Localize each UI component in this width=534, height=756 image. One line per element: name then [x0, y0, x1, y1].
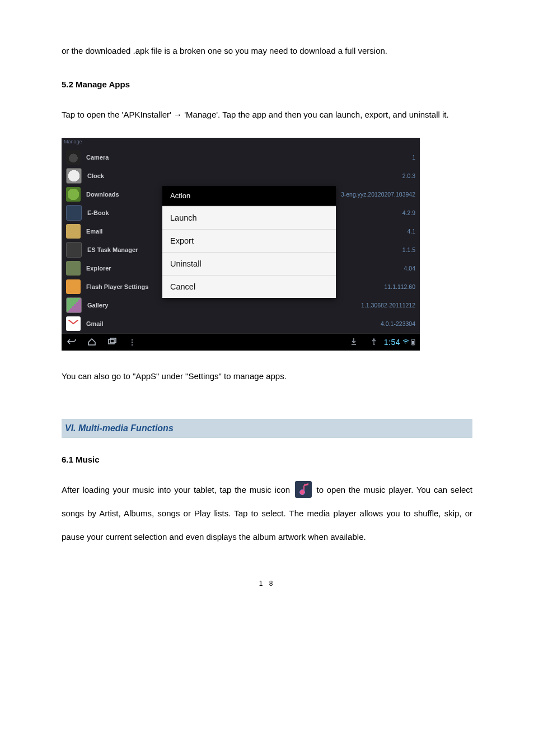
estask-icon [66, 242, 82, 258]
app-version: 1.1.5 [402, 246, 415, 253]
app-label: Gallery [87, 302, 361, 309]
menu-item-launch[interactable]: Launch [162, 206, 336, 229]
app-version: 11.1.112.60 [385, 283, 415, 290]
email-icon [66, 224, 81, 239]
section-banner-vi: VI. Multi-media Functions [62, 419, 472, 438]
more-icon[interactable]: ⋮ [122, 338, 142, 347]
app-version: 4.04 [404, 265, 415, 272]
menu-item-cancel[interactable]: Cancel [162, 275, 336, 298]
music-icon [295, 481, 312, 498]
action-menu-title: Action [162, 186, 336, 206]
camera-icon [66, 150, 81, 165]
paragraph-apk-broken: or the downloaded .apk file is a broken … [62, 39, 472, 63]
action-context-menu: Action Launch Export Uninstall Cancel [162, 186, 336, 298]
paragraph-go-to-apps: You can also go to "AppS" under "Setting… [62, 365, 472, 388]
app-version: 1 [412, 154, 415, 161]
paragraph-manage-apps: Tap to open the 'APKInstaller' → 'Manage… [62, 103, 472, 127]
app-version: 4.0.1-223304 [381, 320, 415, 327]
app-version: 2.0.3 [402, 172, 415, 179]
heading-5-2: 5.2 Manage Apps [62, 80, 472, 89]
back-icon[interactable] [62, 338, 82, 347]
paragraph-music: After loading your music into your table… [62, 478, 472, 549]
status-clock: 1:54 [384, 338, 420, 347]
music-text-a: After loading your music into your table… [62, 485, 293, 494]
app-version: 4.2.9 [402, 209, 415, 216]
home-icon[interactable] [82, 338, 102, 347]
gmail-icon [66, 316, 81, 331]
app-version: 3-eng.yyz.20120207.103942 [341, 191, 415, 198]
gallery-icon [66, 297, 82, 313]
android-navbar: ⋮ 1:54 [62, 333, 420, 351]
app-label: Clock [87, 172, 402, 179]
app-label: Gmail [86, 320, 381, 327]
page-number: 1 8 [62, 580, 472, 587]
app-row-gallery[interactable]: Gallery 1.1.30682-20111212 [62, 296, 420, 314]
heading-6-1: 6.1 Music [62, 455, 472, 464]
screenshot-title: Manage [62, 138, 420, 146]
flash-icon [66, 279, 81, 294]
svg-rect-1 [110, 338, 116, 343]
app-row-camera[interactable]: Camera 1 [62, 148, 420, 166]
app-label: Camera [86, 154, 412, 161]
menu-item-uninstall[interactable]: Uninstall [162, 252, 336, 275]
recent-apps-icon[interactable] [102, 338, 122, 347]
downloads-icon [66, 187, 81, 202]
app-version: 1.1.30682-20111212 [361, 302, 415, 309]
explorer-icon [66, 261, 81, 276]
clock-text: 1:54 [384, 338, 400, 347]
usb-icon[interactable] [364, 338, 384, 347]
clock-icon [66, 168, 82, 184]
svg-rect-3 [412, 341, 414, 344]
ebook-icon [66, 205, 82, 221]
app-row-clock[interactable]: Clock 2.0.3 [62, 166, 420, 185]
app-version: 4.1 [407, 228, 415, 235]
apkinstaller-screenshot: Manage Camera 1 Clock 2.0.3 Downloads 3-… [62, 138, 420, 351]
download-notif-icon[interactable] [344, 338, 364, 347]
app-row-gmail[interactable]: Gmail 4.0.1-223304 [62, 314, 420, 333]
menu-item-export[interactable]: Export [162, 229, 336, 252]
svg-rect-0 [109, 339, 114, 344]
